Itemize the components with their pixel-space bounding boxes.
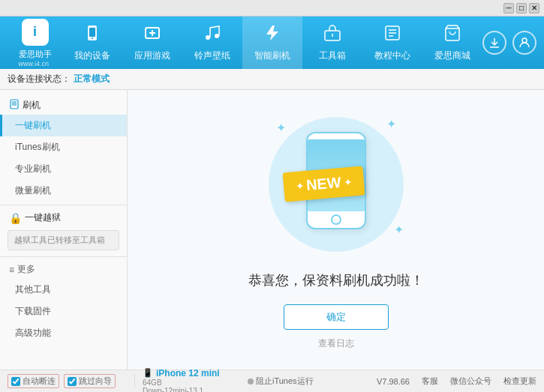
confirm-button[interactable]: 确定	[284, 304, 389, 330]
logo-icon: i	[22, 19, 49, 46]
device-model: Down-12mini-13,1	[143, 387, 248, 393]
sidebar-item-advanced[interactable]: 高级功能	[0, 322, 127, 344]
status-bar: 设备连接状态： 正常模式	[0, 69, 544, 90]
lock-icon: 🔒	[9, 212, 22, 224]
sparkle-2: ✦	[386, 117, 396, 131]
status-label: 设备连接状态：	[8, 73, 71, 85]
itunes-status: 阻止iTunes运行	[248, 376, 314, 387]
sidebar-item-pro-flash[interactable]: 专业刷机	[0, 158, 127, 180]
shop-icon	[443, 24, 461, 46]
sidebar-item-itunes-flash[interactable]: iTunes刷机	[0, 136, 127, 158]
bottom-bar: 自动断连 跳过向导 📱 iPhone 12 mini 64GB Down-12m…	[0, 370, 544, 392]
svg-point-14	[522, 38, 527, 43]
sidebar-item-micro-flash[interactable]: 微量刷机	[0, 180, 127, 202]
nav-shop[interactable]: 爱思商城	[422, 16, 482, 69]
maximize-button[interactable]: □	[516, 3, 527, 13]
my-device-icon	[83, 24, 101, 46]
flash-section-icon	[9, 99, 20, 112]
nav-toolbox[interactable]: 工具箱	[302, 16, 362, 69]
device-name: iPhone 12 mini	[156, 368, 220, 379]
version-label: V7.98.66	[377, 377, 410, 386]
view-log-link[interactable]: 查看日志	[318, 337, 354, 350]
toolbox-icon	[323, 24, 341, 46]
svg-point-4	[206, 35, 210, 40]
sparkle-3: ✦	[394, 223, 404, 237]
auto-reconnect-input[interactable]	[11, 377, 20, 386]
nav-apps-games[interactable]: 应用游戏	[122, 16, 182, 69]
minimize-button[interactable]: ─	[503, 3, 514, 13]
skip-wizard-checkbox[interactable]: 跳过向导	[64, 374, 116, 388]
main-content: 刷机 一键刷机 iTunes刷机 专业刷机 微量刷机 🔒 一键越狱 越狱工具已转…	[0, 90, 544, 370]
svg-rect-1	[89, 28, 95, 37]
device-info: 📱 iPhone 12 mini 64GB Down-12mini-13,1	[135, 368, 248, 393]
phone-home-button	[331, 214, 341, 225]
jailbreak-section-label: 一键越狱	[25, 211, 61, 224]
jailbreak-notice: 越狱工具已转移至工具箱	[8, 230, 119, 250]
bottom-right: V7.98.66 客服 微信公众号 检查更新	[377, 376, 536, 387]
support-link[interactable]: 客服	[422, 376, 438, 387]
sidebar: 刷机 一键刷机 iTunes刷机 专业刷机 微量刷机 🔒 一键越狱 越狱工具已转…	[0, 90, 128, 370]
wechat-link[interactable]: 微信公众号	[450, 376, 491, 387]
ringtones-icon	[203, 24, 221, 46]
sidebar-section-more: ≡ 更多	[0, 260, 127, 279]
sidebar-section-jailbreak: 🔒 一键越狱	[0, 208, 127, 227]
bottom-left: 自动断连 跳过向导	[8, 374, 135, 388]
sidebar-item-download-firmware[interactable]: 下载固件	[0, 301, 127, 322]
logo-text: 爱思助手 www.i4.cn	[19, 49, 52, 67]
nav-ringtones[interactable]: 铃声壁纸	[182, 16, 242, 69]
success-text: 恭喜您，保资料刷机成功啦！	[248, 271, 424, 289]
close-button[interactable]: ✕	[529, 3, 539, 13]
sparkle-1: ✦	[276, 121, 286, 135]
device-storage: 64GB	[143, 379, 248, 387]
flash-section-label: 刷机	[23, 99, 41, 112]
svg-point-2	[92, 37, 93, 39]
apps-games-icon	[143, 24, 161, 46]
update-link[interactable]: 检查更新	[503, 376, 536, 387]
top-nav: i 爱思助手 www.i4.cn 我的设备 应用游戏 铃声壁纸	[0, 16, 544, 69]
logo: i 爱思助手 www.i4.cn	[8, 19, 62, 67]
nav-items: 我的设备 应用游戏 铃声壁纸 智能刷机 工具箱	[62, 16, 482, 69]
more-section-label: 更多	[17, 263, 35, 276]
download-button[interactable]	[482, 31, 506, 55]
nav-smart-flash[interactable]: 智能刷机	[242, 16, 302, 69]
svg-rect-16	[12, 101, 17, 106]
bottom-full: 自动断连 跳过向导 📱 iPhone 12 mini 64GB Down-12m…	[8, 368, 536, 393]
sidebar-section-flash: 刷机	[0, 96, 127, 115]
svg-point-5	[215, 34, 219, 38]
device-icon: 📱	[143, 368, 153, 378]
skip-wizard-input[interactable]	[68, 377, 77, 386]
auto-reconnect-checkbox[interactable]: 自动断连	[8, 374, 59, 388]
nav-right	[482, 31, 536, 55]
success-illustration: ✦ ✦ ✦ NEW	[261, 109, 411, 259]
status-value: 正常模式	[74, 73, 110, 85]
tutorials-icon	[383, 24, 401, 46]
title-bar: ─ □ ✕	[0, 0, 544, 16]
sidebar-divider-2	[0, 256, 127, 257]
more-section-icon: ≡	[9, 265, 14, 275]
sidebar-divider-1	[0, 205, 127, 205]
nav-tutorials[interactable]: 教程中心	[362, 16, 422, 69]
content-area: ✦ ✦ ✦ NEW 恭喜您，保资料刷机成功啦！ 确定 查看日志	[128, 90, 544, 370]
nav-my-device[interactable]: 我的设备	[62, 16, 122, 69]
itunes-dot	[248, 379, 254, 385]
sidebar-item-one-key-flash[interactable]: 一键刷机	[0, 115, 127, 136]
sidebar-item-other-tools[interactable]: 其他工具	[0, 279, 127, 301]
smart-flash-icon	[263, 24, 281, 46]
user-button[interactable]	[512, 31, 536, 55]
